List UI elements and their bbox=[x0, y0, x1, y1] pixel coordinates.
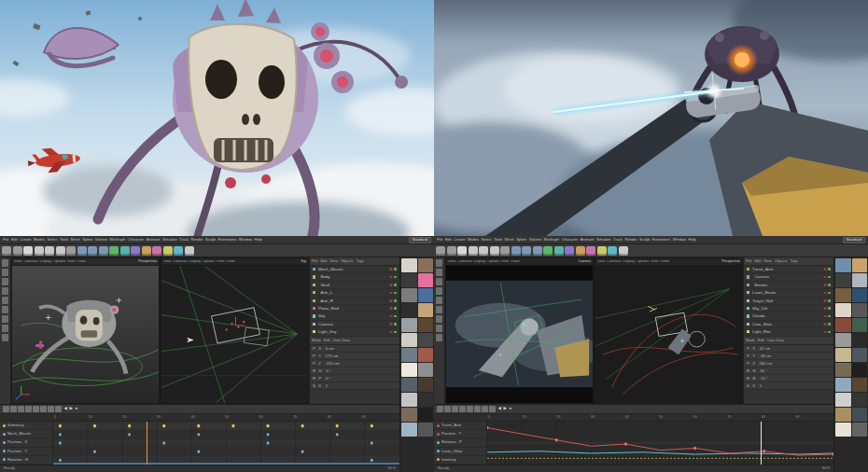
viewport-perspective[interactable]: ViewCamerasDisplayOptionsFilterPanel Per… bbox=[595, 257, 743, 404]
attribute-row[interactable]: R . B -12 ° bbox=[744, 375, 833, 382]
mode-icon[interactable] bbox=[436, 269, 443, 276]
mograph-icon[interactable] bbox=[152, 246, 161, 256]
object-item[interactable]: Cannon bbox=[744, 273, 833, 281]
menu-item[interactable]: Extensions bbox=[652, 238, 671, 242]
scale-tool-icon[interactable] bbox=[45, 246, 54, 256]
curve-area[interactable] bbox=[487, 422, 833, 465]
menu-item[interactable]: Extensions bbox=[218, 238, 237, 242]
viewport-menu-item[interactable]: Panel bbox=[77, 260, 87, 264]
attribute-tab[interactable]: User Data bbox=[333, 339, 350, 342]
material-swatch[interactable] bbox=[852, 393, 868, 407]
material-swatch[interactable] bbox=[852, 363, 868, 377]
menu-item[interactable]: Select bbox=[481, 238, 491, 242]
viewport-menu-item[interactable]: Filter bbox=[651, 260, 658, 264]
material-swatch[interactable] bbox=[835, 363, 851, 377]
mode-icon[interactable] bbox=[436, 315, 443, 323]
object-item[interactable]: Camera bbox=[310, 321, 399, 328]
mode-icon[interactable] bbox=[436, 297, 443, 304]
material-swatch[interactable] bbox=[835, 258, 851, 272]
playhead[interactable] bbox=[147, 422, 147, 465]
undo-icon[interactable] bbox=[436, 246, 445, 256]
undo-icon[interactable] bbox=[2, 246, 11, 256]
material-swatch[interactable] bbox=[852, 378, 868, 392]
material-swatch[interactable] bbox=[401, 423, 417, 437]
material-swatch[interactable] bbox=[418, 393, 434, 407]
menu-item[interactable]: Tools bbox=[60, 238, 68, 242]
material-swatch[interactable] bbox=[835, 408, 851, 422]
volume-icon[interactable] bbox=[597, 246, 607, 256]
timeline-icon[interactable] bbox=[48, 406, 54, 412]
material-swatch[interactable] bbox=[401, 348, 417, 362]
material-swatch[interactable] bbox=[401, 378, 417, 392]
viewport-menu-item[interactable]: View bbox=[597, 260, 605, 264]
attribute-row[interactable]: P . Z 260 cm bbox=[744, 360, 833, 368]
menu-item[interactable]: Character bbox=[562, 238, 579, 242]
material-swatch[interactable] bbox=[852, 258, 868, 272]
attribute-row[interactable]: S . X 1 bbox=[744, 382, 833, 390]
object-manager-menu-item[interactable]: File bbox=[312, 259, 317, 263]
attribute-row[interactable]: P . X 0 cm bbox=[310, 345, 399, 353]
viewport-menu-item[interactable]: Filter bbox=[67, 260, 75, 264]
timeline-icon[interactable] bbox=[489, 406, 496, 412]
viewport-menu-item[interactable]: Options bbox=[487, 260, 499, 264]
rotate-tool-icon[interactable] bbox=[56, 246, 65, 256]
material-swatch[interactable] bbox=[418, 318, 434, 332]
material-swatch[interactable] bbox=[835, 273, 851, 287]
material-swatch[interactable] bbox=[401, 393, 417, 407]
mode-icon[interactable] bbox=[436, 306, 443, 313]
menu-item[interactable]: Character bbox=[128, 238, 145, 242]
attribute-row[interactable]: P . Y 175 cm bbox=[310, 353, 399, 360]
material-swatch[interactable] bbox=[852, 333, 868, 347]
timeline-icon[interactable] bbox=[444, 406, 451, 412]
viewport-menu-item[interactable]: View bbox=[14, 260, 21, 264]
material-swatch[interactable] bbox=[835, 348, 851, 362]
material-swatch[interactable] bbox=[401, 273, 417, 287]
keyframe-area[interactable] bbox=[53, 422, 399, 465]
transport-button[interactable]: ● bbox=[509, 407, 511, 411]
menu-item[interactable]: Simulate bbox=[162, 238, 177, 242]
menu-item[interactable]: Mesh bbox=[505, 238, 514, 242]
menu-item[interactable]: File bbox=[3, 238, 8, 242]
viewport-menu-item[interactable]: Display bbox=[189, 260, 201, 264]
transport-button[interactable]: ▶ bbox=[503, 407, 506, 411]
attribute-row[interactable]: P . Z -320 cm bbox=[310, 360, 399, 368]
menu-item[interactable]: Simulate bbox=[596, 238, 611, 242]
live-selection-icon[interactable] bbox=[457, 246, 467, 256]
mode-icon[interactable] bbox=[2, 315, 9, 323]
object-manager-menu-item[interactable]: Objects bbox=[341, 259, 354, 263]
material-swatch[interactable] bbox=[852, 288, 868, 302]
menu-item[interactable]: Volume bbox=[529, 238, 541, 242]
object-item[interactable]: Arm_R bbox=[310, 298, 399, 305]
object-manager-menu-item[interactable]: Edit bbox=[754, 259, 761, 263]
viewport-menu-item[interactable]: View bbox=[448, 260, 455, 264]
render-picture-viewer-icon[interactable] bbox=[88, 246, 97, 256]
material-swatch[interactable] bbox=[835, 318, 851, 332]
viewport-menu-item[interactable]: Cameras bbox=[173, 260, 187, 264]
object-item[interactable]: Plane_Red bbox=[310, 305, 399, 312]
mode-icon[interactable] bbox=[436, 259, 443, 267]
render-settings-icon[interactable] bbox=[533, 246, 542, 256]
object-item[interactable]: Light_Rim bbox=[744, 328, 833, 336]
attribute-row[interactable]: R . H 36 ° bbox=[744, 368, 833, 375]
mode-icon[interactable] bbox=[2, 278, 9, 285]
menu-item[interactable]: Track bbox=[179, 238, 189, 242]
mode-icon[interactable] bbox=[2, 325, 9, 332]
attribute-tab[interactable]: Mode bbox=[746, 339, 755, 342]
material-swatch[interactable] bbox=[401, 303, 417, 317]
menu-item[interactable]: Create bbox=[20, 238, 31, 242]
rotate-tool-icon[interactable] bbox=[490, 246, 499, 256]
menu-item[interactable]: Spline bbox=[82, 238, 92, 242]
attribute-tab[interactable]: Edit bbox=[324, 339, 330, 342]
object-item[interactable]: Sky_Vol bbox=[744, 305, 833, 312]
timeline-icon[interactable] bbox=[40, 406, 47, 412]
viewport-menu-item[interactable]: Filter bbox=[217, 260, 224, 264]
object-item[interactable]: Turret_Arm bbox=[744, 266, 833, 273]
render-settings-icon[interactable] bbox=[99, 246, 108, 256]
material-swatch[interactable] bbox=[401, 333, 417, 347]
simulate-icon[interactable] bbox=[174, 246, 183, 256]
menu-item[interactable]: Mesh bbox=[71, 238, 80, 242]
menu-item[interactable]: Sculpt bbox=[639, 238, 650, 242]
layout-selector[interactable]: Standard bbox=[409, 237, 431, 243]
viewport-top[interactable]: ViewCamerasDisplayOptionsFilterPanel Top bbox=[161, 257, 309, 404]
mode-icon[interactable] bbox=[2, 334, 9, 341]
